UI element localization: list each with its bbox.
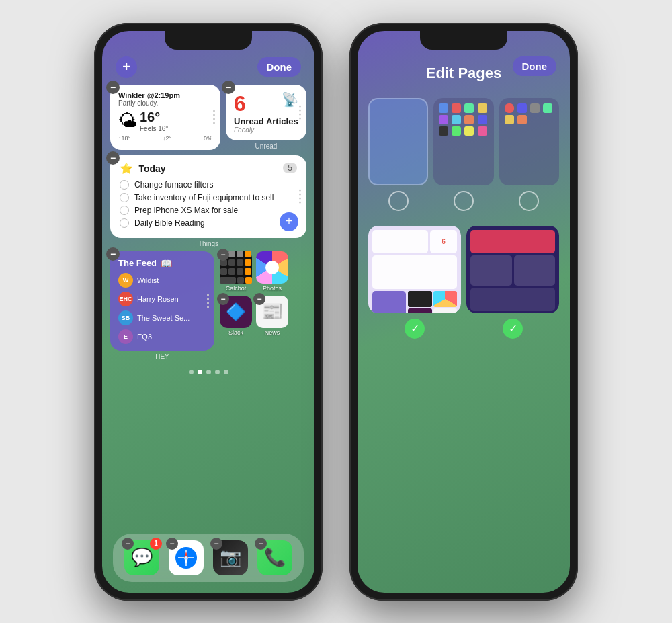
messages-remove[interactable]: −: [122, 538, 134, 550]
page-dot-1[interactable]: [189, 370, 194, 374]
page-check-1[interactable]: ✓: [405, 319, 425, 339]
news-remove[interactable]: −: [253, 293, 265, 305]
weather-widget-remove[interactable]: −: [106, 81, 120, 94]
app-grid-section: − The Feed 📖 W Wildist: [102, 251, 314, 360]
weather-widget[interactable]: − Winkler @2:19pm Partly cloudy. 🌤 16° F…: [110, 85, 220, 150]
hey-widget-label: HEY: [110, 353, 214, 360]
feed-avatar-4: E: [118, 329, 133, 344]
feed-name-1: Wildist: [137, 276, 159, 284]
mini-app-2: [452, 103, 461, 113]
page-dot-5[interactable]: [224, 370, 228, 374]
unread-widget[interactable]: − 6 📡 Unread Articles Feedly: [226, 85, 306, 140]
page-dot-4[interactable]: [215, 370, 220, 374]
page-thumb-wrapper-2: [433, 98, 493, 185]
ss-hey: [372, 291, 406, 313]
page-screenshot-wrapper-1: 6: [368, 226, 461, 313]
phone-icon-remove[interactable]: −: [255, 538, 267, 550]
page-select-circle-2[interactable]: [454, 191, 474, 211]
safari-dock-item[interactable]: −: [169, 540, 204, 575]
screenshot-inner-1: 6: [368, 226, 461, 313]
page-screenshot-1[interactable]: 6: [368, 226, 461, 313]
weather-high: ↑18°: [118, 135, 130, 142]
screenshot-content-1: 6: [368, 226, 461, 313]
page-thumb-1[interactable]: [368, 98, 428, 185]
page-dot-3[interactable]: [206, 370, 211, 374]
mini-apps-grid-2: [505, 103, 554, 124]
ss-story-1: [470, 255, 512, 286]
slack-icon-emoji: 🔷: [226, 302, 246, 321]
phone-1: + Done − Winkler @2:19pm Partly cloudy.: [94, 23, 323, 601]
things-checkbox-2[interactable]: [120, 193, 129, 202]
page-select-circle-3[interactable]: [519, 191, 539, 211]
things-item-label-2: Take inventory of Fuji equipment to sell: [134, 193, 274, 202]
ss-unread: 6: [430, 230, 457, 253]
pages-bottom-row: 6: [368, 226, 559, 313]
things-item-label-1: Change furnace filters: [134, 180, 213, 190]
mini-app2-1: [505, 103, 514, 113]
phone-1-screen: + Done − Winkler @2:19pm Partly cloudy.: [102, 31, 314, 593]
widgets-area: − Winkler @2:19pm Partly cloudy. 🌤 16° F…: [102, 85, 314, 247]
mini-app2-5: [505, 115, 514, 124]
mini-app-8: [478, 115, 487, 124]
ss-news: [433, 308, 458, 313]
page-check-2[interactable]: ✓: [503, 319, 523, 339]
safari-remove[interactable]: −: [166, 538, 178, 550]
ss-feed-row: [470, 255, 555, 286]
screenshot-content-2: [466, 226, 559, 313]
unread-count: 6: [234, 91, 246, 116]
page-thumb-3[interactable]: [499, 98, 559, 185]
ss-story-2: [514, 255, 556, 286]
things-checkbox-3[interactable]: [120, 206, 129, 215]
mini-app-11: [464, 126, 474, 136]
things-count: 5: [283, 163, 297, 173]
safari-compass-icon: [174, 546, 198, 570]
things-item-label-3: Prep iPhone XS Max for sale: [134, 206, 238, 215]
slack-app[interactable]: − 🔷 Slack: [220, 296, 252, 336]
things-checkbox-1[interactable]: [120, 180, 129, 190]
apps-row: − The Feed 📖 W Wildist: [110, 251, 306, 360]
weather-main: 🌤 16° Feels 16°: [118, 110, 212, 132]
hey-widget-remove[interactable]: −: [106, 247, 120, 261]
mini-app2-3: [530, 103, 540, 113]
page-select-circle-1[interactable]: [388, 191, 409, 211]
things-drag-handle: [299, 190, 301, 204]
unread-widget-remove[interactable]: −: [222, 81, 235, 94]
things-widget-remove[interactable]: −: [106, 151, 120, 165]
calcbot-app[interactable]: − Calcbot: [220, 251, 252, 292]
feed-item-1: W Wildist: [118, 273, 206, 288]
ss-widget-row: 6: [372, 230, 457, 253]
notch-2: [420, 31, 507, 50]
messages-dock-item[interactable]: − 💬 1: [124, 540, 159, 575]
feed-item-4: E EQ3: [118, 329, 206, 344]
page-thumb-2[interactable]: [433, 98, 493, 185]
done-button-phone1[interactable]: Done: [257, 57, 302, 77]
page-dot-2[interactable]: [198, 370, 202, 374]
news-app[interactable]: − 📰 News: [256, 296, 288, 336]
messages-badge: 1: [150, 538, 162, 550]
things-star-icon: ⭐: [120, 163, 133, 174]
mini-app-9: [439, 126, 448, 136]
camera-remove[interactable]: −: [210, 538, 222, 550]
things-widget[interactable]: − ⭐ Today 5 Cha: [110, 155, 306, 238]
ss-weather: [372, 230, 428, 253]
pages-top-row: [368, 98, 559, 185]
ss-things: [372, 255, 457, 289]
feed-avatar-1: W: [118, 273, 133, 288]
photos-app[interactable]: Photos: [256, 251, 288, 292]
things-add-button[interactable]: +: [280, 212, 298, 231]
phone-dock-item[interactable]: − 📞: [257, 540, 292, 575]
slack-remove[interactable]: −: [217, 293, 229, 305]
hey-widget[interactable]: − The Feed 📖 W Wildist: [110, 251, 214, 351]
photos-inner: [265, 261, 279, 274]
calcbot-remove[interactable]: −: [217, 249, 229, 261]
things-checkbox-4[interactable]: [120, 218, 129, 228]
photos-label: Photos: [263, 285, 282, 292]
ss-slack: [408, 308, 432, 313]
page-screenshot-2[interactable]: [466, 226, 559, 313]
edit-pages-title: Edit Pages: [358, 65, 570, 82]
feed-avatar-2: EHC: [118, 292, 133, 306]
add-widget-button[interactable]: +: [116, 56, 137, 78]
camera-dock-item[interactable]: − 📷: [213, 540, 248, 575]
weather-humidity: 0%: [204, 135, 212, 142]
weather-location: Winkler @2:19pm: [118, 91, 212, 99]
